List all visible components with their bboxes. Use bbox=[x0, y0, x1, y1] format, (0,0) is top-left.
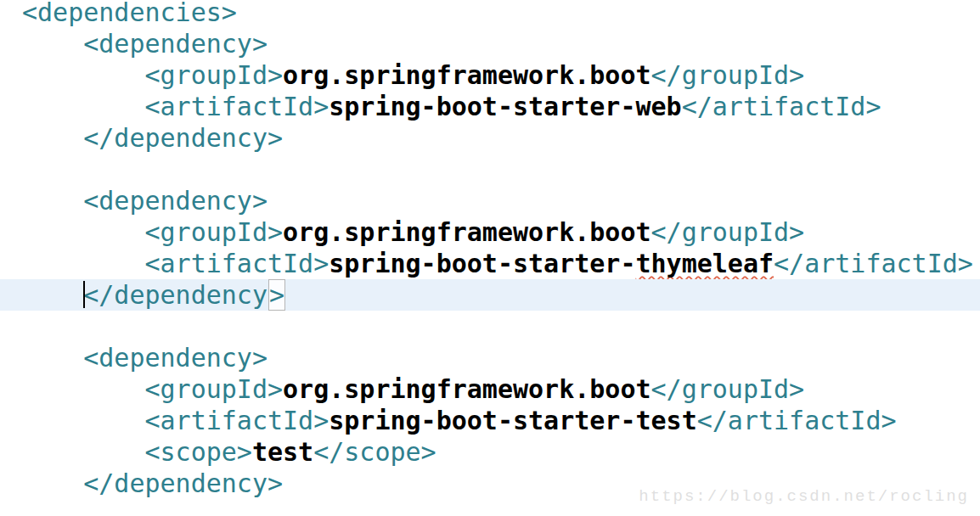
code-line[interactable]: <artifactId>spring-boot-starter-web</art… bbox=[0, 91, 980, 122]
code-text: test bbox=[252, 437, 313, 467]
code-line[interactable]: <artifactId>spring-boot-starter-test</ar… bbox=[0, 405, 980, 436]
code-tag: <dependency> bbox=[22, 343, 268, 373]
code-line[interactable]: </dependency> bbox=[0, 122, 980, 154]
code-tag: </artifactId> bbox=[697, 406, 897, 435]
watermark-url: https://blog.csdn.net/rocling bbox=[639, 487, 969, 506]
code-line[interactable]: <artifactId>spring-boot-starter-thymelea… bbox=[0, 248, 980, 279]
code-tag: <artifactId> bbox=[22, 249, 329, 278]
code-text: org.springframework.boot bbox=[283, 217, 651, 247]
code-line[interactable]: <groupId>org.springframework.boot</group… bbox=[0, 216, 980, 248]
code-tag: <artifactId> bbox=[22, 406, 329, 435]
code-text: spring-boot-starter-test bbox=[329, 406, 696, 435]
code-tag: <scope> bbox=[22, 437, 252, 467]
text-cursor bbox=[83, 281, 85, 308]
code-line[interactable]: <scope>test</scope> bbox=[0, 436, 980, 468]
code-line[interactable]: <dependency> bbox=[0, 28, 980, 59]
code-line[interactable]: <dependencies> bbox=[0, 0, 980, 28]
code-line[interactable]: <groupId>org.springframework.boot</group… bbox=[0, 59, 980, 91]
code-line[interactable] bbox=[0, 311, 980, 342]
code-tag: <artifactId> bbox=[22, 92, 329, 121]
misspelled-word: thymeleaf bbox=[635, 249, 774, 278]
code-text: org.springframework.boot bbox=[283, 60, 651, 90]
code-tag: </dependency bbox=[83, 280, 268, 310]
code-editor[interactable]: <dependencies> <dependency> <groupId>org… bbox=[0, 0, 980, 499]
code-tag: <groupId> bbox=[22, 217, 283, 247]
code-tag: </dependency> bbox=[22, 468, 283, 498]
code-line[interactable] bbox=[0, 154, 980, 185]
code-indent bbox=[22, 280, 83, 310]
code-text: spring-boot-starter- bbox=[329, 249, 635, 278]
code-tag: </dependency> bbox=[22, 123, 283, 153]
code-text: spring-boot-starter-web bbox=[329, 92, 681, 121]
code-line-current[interactable]: </dependency> bbox=[0, 279, 980, 311]
code-line[interactable]: <dependency> bbox=[0, 185, 980, 216]
code-tag: </scope> bbox=[313, 437, 436, 467]
code-text: org.springframework.boot bbox=[283, 374, 651, 404]
code-tag: </groupId> bbox=[651, 60, 805, 90]
code-tag: </artifactId> bbox=[682, 92, 881, 121]
code-line[interactable]: <dependency> bbox=[0, 342, 980, 373]
code-tag: <groupId> bbox=[22, 374, 283, 404]
code-tag: <groupId> bbox=[22, 60, 283, 90]
code-tag: <dependencies> bbox=[22, 0, 237, 27]
code-tag: <dependency> bbox=[22, 29, 268, 59]
code-line[interactable]: <groupId>org.springframework.boot</group… bbox=[0, 373, 980, 405]
code-tag: </groupId> bbox=[651, 374, 805, 404]
matched-bracket: > bbox=[268, 279, 285, 311]
code-tag: <dependency> bbox=[22, 186, 268, 216]
code-tag: </groupId> bbox=[651, 217, 805, 247]
code-tag: </artifactId> bbox=[774, 249, 973, 278]
